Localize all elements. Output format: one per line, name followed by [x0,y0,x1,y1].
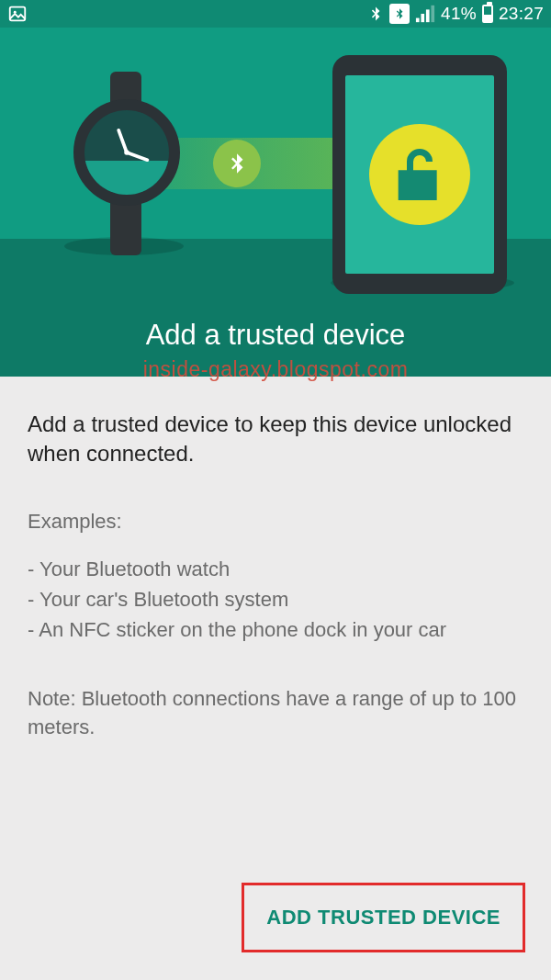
tablet-icon [332,55,507,294]
example-item: - Your car's Bluetooth system [28,584,523,614]
action-highlight: ADD TRUSTED DEVICE [242,883,525,952]
svg-rect-5 [431,6,434,22]
signal-icon [415,5,435,23]
title-bar: Add a trusted device inside-galaxy.blogs… [0,294,551,377]
screen: 41% 23:27 [0,0,551,980]
svg-line-7 [127,152,147,160]
svg-rect-3 [421,14,424,22]
content-area: Add a trusted device to keep this device… [0,377,551,980]
example-item: - An NFC sticker on the phone dock in yo… [28,614,523,645]
lead-text: Add a trusted device to keep this device… [28,410,523,469]
status-bar: 41% 23:27 [0,0,551,28]
add-trusted-device-button[interactable]: ADD TRUSTED DEVICE [244,885,523,950]
watch-icon [73,99,180,206]
svg-line-6 [118,130,127,152]
svg-rect-4 [426,9,430,22]
battery-percent: 41% [441,4,477,24]
battery-icon [482,5,493,23]
status-right: 41% 23:27 [367,4,544,24]
beam-bluetooth-icon [213,140,261,187]
examples-list: - Your Bluetooth watch - Your car's Blue… [28,554,523,645]
bluetooth-connected-icon [389,4,410,24]
page-title: Add a trusted device [146,319,406,352]
examples-label: Examples: [28,510,523,534]
svg-rect-0 [10,7,26,21]
svg-rect-2 [416,18,420,23]
svg-point-8 [124,150,129,155]
unlock-icon [369,124,470,225]
picture-icon [7,4,28,24]
hero-illustration [0,28,551,294]
bluetooth-icon [367,4,384,24]
note-text: Note: Bluetooth connections have a range… [28,685,523,742]
clock: 23:27 [499,4,544,24]
status-left [7,4,28,24]
example-item: - Your Bluetooth watch [28,554,523,584]
